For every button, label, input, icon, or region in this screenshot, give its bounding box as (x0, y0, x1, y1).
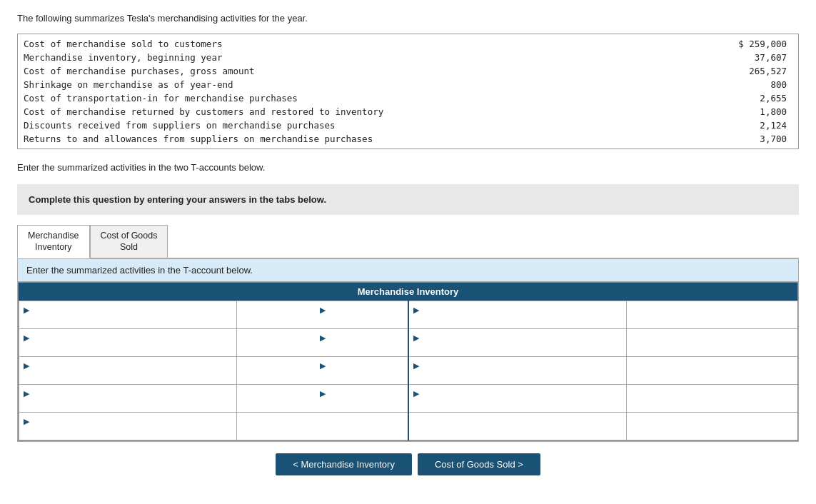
right-label-3: ▶ (408, 356, 626, 384)
data-row-value: 2,124 (627, 119, 799, 132)
data-row-label: Cost of merchandise returned by customer… (18, 105, 627, 119)
left-amount-2: ▶ (237, 328, 408, 356)
arrow-right-4: ▶ (413, 389, 419, 398)
right-amt-input-4[interactable] (631, 393, 793, 403)
data-row-value: 265,527 (627, 64, 799, 78)
table-row: ▶ ▶ ▶ (19, 301, 798, 328)
left-label-5: ▶ (19, 412, 237, 440)
data-row-value: 3,700 (627, 132, 799, 149)
arrow-right-1: ▶ (413, 306, 419, 314)
data-row: Cost of merchandise purchases, gross amo… (18, 64, 799, 78)
left-input-2[interactable] (24, 343, 232, 353)
arrow-left-amt-1: ▶ (320, 306, 326, 314)
right-input-3[interactable] (413, 371, 622, 381)
right-label-1: ▶ (408, 301, 626, 328)
left-amt-input-4[interactable] (241, 399, 403, 409)
left-label-2: ▶ (19, 328, 237, 356)
prev-button[interactable]: < Merchandise Inventory (276, 453, 412, 475)
t-account-outer: Merchandise Inventory ▶ ▶ ▶ (18, 282, 798, 441)
data-row: Merchandise inventory, beginning year 37… (18, 51, 799, 64)
table-row: ▶ ▶ ▶ (19, 384, 798, 412)
arrow-left-amt-4: ▶ (320, 389, 326, 398)
data-row-value: $ 259,000 (627, 34, 799, 51)
arrow-right-3: ▶ (413, 361, 419, 370)
arrow-left-amt-2: ▶ (320, 333, 326, 342)
right-label-4: ▶ (408, 384, 626, 412)
left-amount-4: ▶ (237, 384, 408, 412)
arrow-left-3: ▶ (24, 361, 29, 370)
left-input-5[interactable] (24, 427, 232, 437)
left-amt-input-2[interactable] (241, 343, 403, 353)
data-row-value: 37,607 (627, 51, 799, 64)
arrow-left-2: ▶ (24, 333, 29, 342)
data-row-label: Cost of merchandise sold to customers (18, 34, 627, 51)
right-input-5[interactable] (413, 421, 622, 431)
left-amount-1: ▶ (237, 301, 408, 328)
right-amount-1 (626, 301, 797, 328)
left-label-1: ▶ (19, 301, 237, 328)
right-amt-input-5[interactable] (631, 421, 793, 431)
nav-buttons: < Merchandise Inventory Cost of Goods So… (17, 453, 799, 475)
data-row: Cost of merchandise sold to customers $ … (18, 34, 799, 51)
left-input-3[interactable] (24, 371, 232, 381)
right-amt-input-2[interactable] (631, 338, 793, 348)
arrow-right-2: ▶ (413, 333, 419, 342)
table-row: ▶ (19, 412, 798, 440)
question-box: Complete this question by entering your … (17, 184, 799, 215)
data-row-label: Discounts received from suppliers on mer… (18, 119, 627, 132)
left-input-4[interactable] (24, 399, 232, 409)
tabs-container: MerchandiseInventory Cost of GoodsSold (17, 225, 799, 258)
right-amount-2 (626, 328, 797, 356)
t-account-section: Enter the summarized activities in the T… (17, 258, 799, 442)
right-amount-4 (626, 384, 797, 412)
data-row-label: Cost of merchandise purchases, gross amo… (18, 64, 627, 78)
arrow-left-1: ▶ (24, 306, 29, 314)
right-amount-5 (626, 412, 797, 440)
arrow-left-5: ▶ (24, 417, 29, 425)
right-input-1[interactable] (413, 316, 622, 326)
left-amt-input-5[interactable] (241, 421, 403, 431)
data-table: Cost of merchandise sold to customers $ … (17, 34, 799, 149)
data-row-label: Shrinkage on merchandise as of year-end (18, 78, 627, 91)
left-amount-5 (237, 412, 408, 440)
left-amt-input-3[interactable] (241, 371, 403, 381)
tab-cost-of-goods-sold[interactable]: Cost of GoodsSold (90, 225, 168, 258)
data-row: Shrinkage on merchandise as of year-end … (18, 78, 799, 91)
right-input-4[interactable] (413, 399, 622, 409)
right-label-2: ▶ (408, 328, 626, 356)
data-row-value: 800 (627, 78, 799, 91)
table-row: ▶ ▶ ▶ (19, 328, 798, 356)
data-row: Cost of merchandise returned by customer… (18, 105, 799, 119)
left-label-4: ▶ (19, 384, 237, 412)
left-input-1[interactable] (24, 316, 232, 326)
tab-content-header: Enter the summarized activities in the T… (18, 259, 798, 282)
left-amt-input-1[interactable] (241, 316, 403, 326)
right-amt-input-3[interactable] (631, 366, 793, 376)
data-row-label: Cost of transportation-in for merchandis… (18, 91, 627, 105)
data-row: Cost of transportation-in for merchandis… (18, 91, 799, 105)
table-row: ▶ ▶ ▶ (19, 356, 798, 384)
t-account-table: ▶ ▶ ▶ (19, 301, 797, 440)
right-input-2[interactable] (413, 343, 622, 353)
data-row: Returns to and allowances from suppliers… (18, 132, 799, 149)
left-label-3: ▶ (19, 356, 237, 384)
right-label-5 (408, 412, 626, 440)
data-row-value: 2,655 (627, 91, 799, 105)
next-button[interactable]: Cost of Goods Sold > (418, 453, 540, 475)
data-row-value: 1,800 (627, 105, 799, 119)
tab-merchandise-inventory[interactable]: MerchandiseInventory (17, 225, 90, 258)
right-amt-input-1[interactable] (631, 310, 793, 320)
intro-text: The following summarizes Tesla's merchan… (17, 13, 799, 24)
arrow-left-amt-3: ▶ (320, 361, 326, 370)
right-amount-3 (626, 356, 797, 384)
left-amount-3: ▶ (237, 356, 408, 384)
data-row: Discounts received from suppliers on mer… (18, 119, 799, 132)
data-row-label: Merchandise inventory, beginning year (18, 51, 627, 64)
t-account-title: Merchandise Inventory (19, 283, 797, 301)
data-row-label: Returns to and allowances from suppliers… (18, 132, 627, 149)
arrow-left-4: ▶ (24, 389, 29, 398)
enter-instructions: Enter the summarized activities in the t… (17, 162, 799, 173)
